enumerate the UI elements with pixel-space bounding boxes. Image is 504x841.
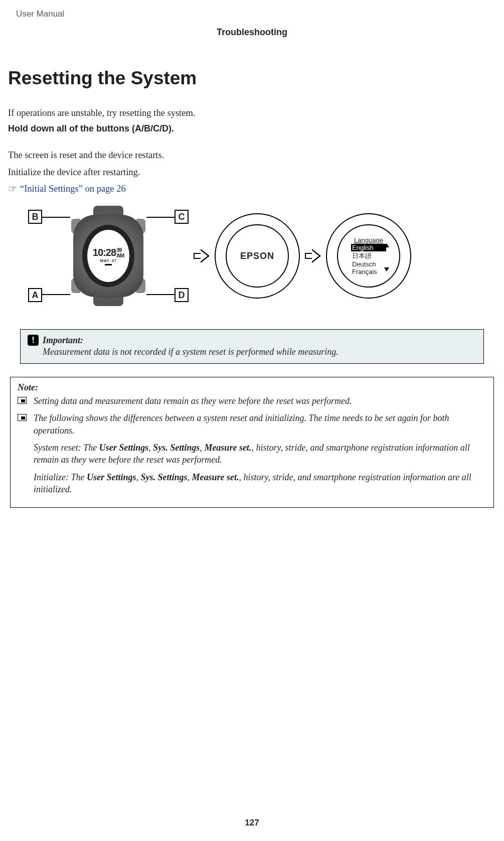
checkbox-bullet-icon — [18, 397, 27, 404]
page-heading: Resetting the System — [8, 68, 496, 89]
note-item-2-intro: The following shows the differences betw… — [34, 412, 486, 437]
button-a-line — [42, 294, 70, 295]
initial-settings-link[interactable]: “Initial Settings” on page 26 — [20, 184, 126, 194]
watch-body: 10:28 39 AM MAY. 27 — [68, 206, 148, 306]
note-callout: Note: Setting data and measurement data … — [10, 377, 494, 508]
watch-face: 10:28 39 AM MAY. 27 — [87, 230, 129, 282]
reset-illustration: B C A D 10:28 39 AM — [8, 206, 496, 306]
note-item-1: Setting data and measurement data remain… — [18, 395, 486, 407]
scroll-down-icon — [384, 267, 389, 271]
note-item-1-text: Setting data and measurement data remain… — [34, 395, 352, 407]
pointer-icon: ☞ — [8, 183, 17, 195]
important-title: Important: — [43, 335, 83, 346]
page-content: Resetting the System If operations are u… — [8, 68, 496, 508]
watch-diagram: B C A D 10:28 39 AM — [28, 206, 189, 306]
button-b-line — [42, 217, 70, 218]
arrow-1 — [194, 249, 210, 263]
language-screen: Language English 日本語 Deutsch Français — [337, 224, 400, 288]
button-c-line — [146, 217, 175, 218]
important-callout: ! Important: Measurement data is not rec… — [20, 329, 484, 364]
intro-paragraph: If operations are unstable, try resettin… — [8, 106, 496, 120]
cross-reference-row: ☞ “Initial Settings” on page 26 — [8, 183, 496, 195]
watch-time-hm: 10:28 — [93, 247, 116, 258]
scroll-up-icon — [384, 243, 389, 247]
note-item-2: The following shows the differences betw… — [18, 412, 486, 437]
epson-logo: EPSON — [240, 251, 274, 261]
watch-date: MAY. 27 — [100, 258, 117, 263]
button-d-line — [146, 294, 175, 295]
button-c-label: C — [175, 210, 189, 224]
checkbox-bullet-icon — [18, 414, 27, 421]
section-title: Troubleshooting — [0, 27, 504, 38]
note-title: Note: — [18, 382, 486, 393]
lang-option-deutsch: Deutsch — [351, 260, 386, 268]
reset-paragraph: The screen is reset and the device resta… — [8, 148, 496, 163]
hold-buttons-instruction: Hold down all of the buttons (A/B/C/D). — [8, 123, 496, 134]
system-reset-detail: System reset: The User Settings, Sys. Se… — [34, 442, 486, 466]
button-a-label: A — [28, 288, 42, 302]
boot-screen: EPSON — [215, 213, 300, 299]
doc-title: User Manual — [16, 9, 64, 19]
important-icon: ! — [28, 335, 39, 346]
language-title: Language — [354, 236, 383, 244]
lang-option-english: English — [351, 244, 386, 251]
arrow-2 — [305, 249, 321, 263]
button-d-label: D — [175, 288, 189, 302]
initialize-paragraph: Initialize the device after restarting. — [8, 165, 496, 180]
initialize-detail: Initialize: The User Settings, Sys. Sett… — [34, 471, 486, 496]
page-number: 127 — [0, 818, 504, 828]
lang-option-francais: Français — [351, 268, 386, 275]
button-b-label: B — [28, 210, 42, 224]
important-body: Measurement data is not recorded if a sy… — [43, 347, 476, 357]
language-screen-outer: Language English 日本語 Deutsch Français — [326, 213, 411, 299]
watch-time-ampm: AM — [116, 252, 124, 258]
lang-option-japanese: 日本語 — [351, 251, 386, 260]
